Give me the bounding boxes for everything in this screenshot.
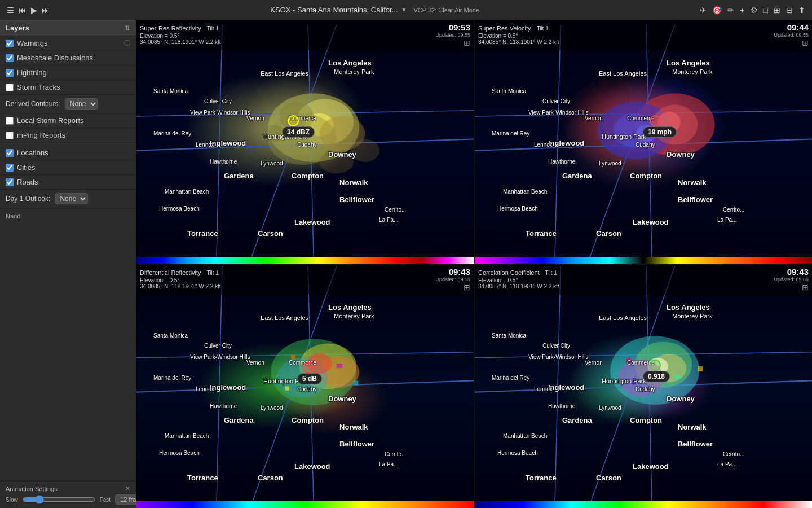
label-marina-del-rey-dr: Marina del Rey	[153, 375, 191, 381]
cities-checkbox[interactable]	[6, 164, 14, 172]
fastforward-button[interactable]: ⏭	[42, 6, 50, 15]
export-icon[interactable]: ⬆	[798, 6, 805, 15]
rewind-button[interactable]: ⏮	[19, 6, 27, 15]
day1-label: Day 1 Outlook:	[6, 195, 50, 203]
svg-rect-51	[675, 375, 679, 379]
sidebar-toggle-button[interactable]: ☰	[7, 6, 14, 15]
play-button[interactable]: ▶	[31, 6, 37, 15]
panel4-header: Correlation Coefficient Tilt 1 Elevation…	[475, 265, 812, 295]
diff-reflectivity-map[interactable]: Los Angeles Monterey Park East Los Angel…	[136, 265, 474, 508]
velocity-map[interactable]: Los Angeles Monterey Park East Los Angel…	[475, 20, 812, 264]
roads-checkbox[interactable]	[6, 178, 14, 186]
local-storm-checkbox[interactable]	[6, 117, 14, 125]
top-bar-center: KSOX - Santa Ana Mountains, Califor... ▼…	[270, 5, 479, 15]
anim-close-icon[interactable]: ✕	[125, 485, 130, 492]
zoom-in-icon[interactable]: +	[740, 6, 744, 15]
warnings-label[interactable]: Warnings	[17, 39, 121, 47]
label-marina-del-rey: Marina del Rey	[153, 130, 191, 137]
single-panel-icon[interactable]: □	[764, 6, 768, 15]
top-bar: ☰ ⏮ ▶ ⏭ KSOX - Santa Ana Mountains, Cali…	[0, 0, 812, 20]
panel2-grid-icon[interactable]: ⊞	[802, 38, 809, 47]
label-carson-dr: Carson	[258, 474, 283, 482]
radar-panel-correlation[interactable]: Los Angeles Monterey Park East Los Angel…	[475, 265, 812, 508]
sidebar-item-roads: Roads	[0, 175, 136, 190]
panel1-title: Super-Res Reflectivity	[140, 25, 201, 32]
target-icon[interactable]: 🎯	[712, 6, 722, 15]
mesoscale-label[interactable]: Mesoscale Discussions	[17, 54, 130, 62]
label-manhattan-beach-cc: Manhattan Beach	[503, 433, 547, 439]
warnings-info-icon[interactable]: ⓘ	[124, 39, 130, 47]
label-manhattan-beach: Manhattan Beach	[165, 189, 209, 195]
dual-panel-icon[interactable]: ⊞	[774, 6, 780, 15]
panel4-coords: 34.0085° N, 118.1901° W 2.2 kft	[478, 283, 559, 290]
radar-panel-velocity[interactable]: Los Angeles Monterey Park East Los Angel…	[475, 20, 812, 264]
label-manhattan-beach-v: Manhattan Beach	[503, 189, 547, 195]
radar-panel-reflectivity[interactable]: Los Angeles Monterey Park East Los Angel…	[136, 20, 474, 264]
label-los-angeles-v: Los Angeles	[667, 59, 710, 67]
svg-rect-39	[285, 387, 289, 391]
derived-contours-select[interactable]: None	[65, 98, 98, 110]
vcp-label: VCP 32: Clear Air Mode	[413, 7, 479, 14]
panel2-tilt: Tilt 1	[533, 25, 549, 32]
animation-settings: Animation Settings ✕ Slow Fast 12 frames…	[0, 481, 136, 508]
storm-tracks-checkbox[interactable]	[6, 84, 14, 91]
chevron-down-icon[interactable]: ▼	[401, 7, 407, 13]
anim-controls: Slow Fast 12 frames 6 frames 24 frames	[6, 494, 130, 505]
panel3-grid-icon[interactable]: ⊞	[464, 283, 470, 292]
label-inglewood: Inglewood	[210, 139, 246, 147]
panel4-grid-icon[interactable]: ⊞	[802, 283, 809, 292]
label-santa-monica: Santa Monica	[153, 88, 188, 94]
label-torrance-dr: Torrance	[187, 474, 218, 482]
label-compton-dr: Compton	[292, 416, 324, 424]
label-santa-monica-cc: Santa Monica	[492, 332, 526, 339]
mping-checkbox[interactable]	[6, 132, 14, 139]
anim-title: Animation Settings	[6, 485, 58, 492]
warnings-checkbox[interactable]	[6, 40, 14, 47]
label-compton-cc: Compton	[630, 416, 662, 424]
colorbar-reflectivity	[136, 257, 474, 264]
label-lynwood-cc: Lynwood	[599, 405, 621, 411]
label-huntington-park-v: Huntington Park	[602, 133, 646, 140]
gps-icon[interactable]: ✈	[700, 6, 707, 15]
correlation-map[interactable]: Los Angeles Monterey Park East Los Angel…	[475, 265, 812, 508]
label-downey: Downey	[328, 150, 356, 159]
panel3-time: 09:43	[435, 267, 470, 277]
label-monterey-park-cc: Monterey Park	[672, 313, 713, 319]
settings-icon[interactable]: ⚙	[751, 6, 758, 15]
storm-tracks-label[interactable]: Storm Tracks	[17, 83, 130, 91]
edit-icon[interactable]: ✏	[727, 6, 734, 15]
sidebar-item-cities: Cities	[0, 160, 136, 175]
locations-checkbox[interactable]	[6, 149, 14, 157]
label-compton-v: Compton	[630, 172, 662, 180]
label-norwalk-v: Norwalk	[678, 178, 707, 187]
local-storm-label[interactable]: Local Storm Reports	[17, 116, 130, 125]
sidebar-sort-icon[interactable]: ⇅	[125, 24, 130, 32]
roads-label[interactable]: Roads	[17, 178, 130, 186]
panel3-updated: Updated: 09:55	[435, 277, 470, 282]
mesoscale-checkbox[interactable]	[6, 54, 14, 62]
panel1-info: 09:53 Updated: 09:55 ⊞	[435, 23, 470, 48]
day1-select[interactable]: None	[55, 193, 88, 204]
lightning-checkbox[interactable]	[6, 69, 14, 77]
panel4-elevation: Elevation = 0.5°	[478, 277, 559, 283]
quad-panel-icon[interactable]: ⊟	[786, 6, 793, 15]
label-lakewood-dr: Lakewood	[294, 462, 330, 471]
anim-frames-select[interactable]: 12 frames 6 frames 24 frames	[115, 494, 136, 505]
crosshair-velocity	[650, 115, 661, 126]
label-view-park-cc: View Park-Windsor Hills	[528, 354, 589, 360]
reflectivity-map[interactable]: Los Angeles Monterey Park East Los Angel…	[136, 20, 474, 264]
locations-label[interactable]: Locations	[17, 148, 130, 157]
mping-label[interactable]: mPing Reports	[17, 131, 130, 139]
panel4-info: 09:43 Updated: 09:65 ⊞	[774, 267, 809, 292]
label-gardena-dr: Gardena	[224, 416, 254, 424]
label-compton: Compton	[292, 172, 324, 180]
anim-header: Animation Settings ✕	[6, 485, 130, 492]
label-cudahy-dr: Cudahy	[297, 386, 316, 392]
cities-label[interactable]: Cities	[17, 163, 130, 172]
animation-speed-slider[interactable]	[23, 495, 95, 504]
lightning-label[interactable]: Lightning	[17, 68, 130, 77]
panel2-title: Super-Res Velocity	[478, 25, 531, 32]
panel1-grid-icon[interactable]: ⊞	[464, 38, 470, 47]
label-view-park: View Park-Windsor Hills	[190, 110, 250, 116]
radar-panel-diff-reflectivity[interactable]: Los Angeles Monterey Park East Los Angel…	[136, 265, 474, 508]
